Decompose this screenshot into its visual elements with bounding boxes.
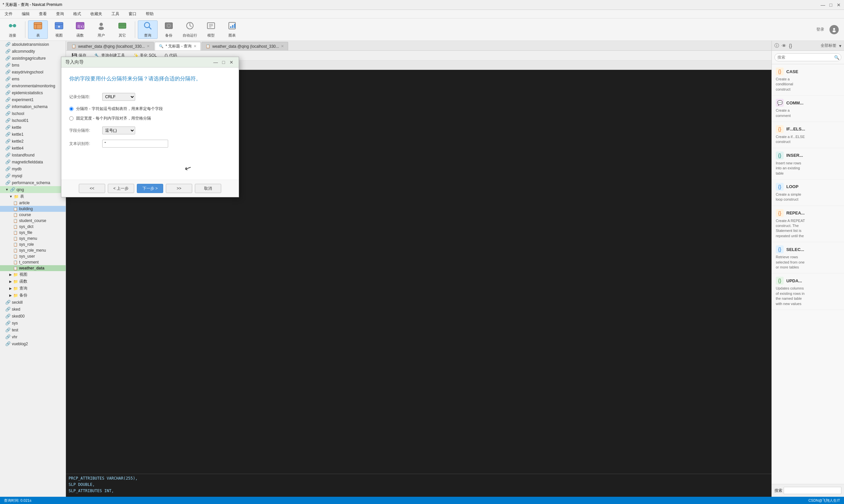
sidebar-item-sys-dict[interactable]: 📋 sys_dict [0, 224, 66, 230]
sidebar-item-epidemicstatistics[interactable]: 🔗 epidemicstatistics [0, 89, 66, 96]
delimiter-radio[interactable] [69, 107, 73, 111]
sidebar-item-sys-role[interactable]: 📋 sys_role [0, 241, 66, 247]
menu-help[interactable]: 帮助 [144, 11, 156, 17]
tab-weather-data-1[interactable]: 📋 weather_data @qing (localhost_330... ✕ [67, 42, 154, 50]
sidebar-item-kettle2[interactable]: 🔗 kettle2 [0, 138, 66, 145]
sidebar-item-sys[interactable]: 🔗 sys [0, 320, 66, 326]
sidebar-item-allcommodity[interactable]: 🔗 allcommodity [0, 48, 66, 55]
snippet-case[interactable]: {} CASE Create aconditionalconstruct [772, 64, 844, 95]
close-button[interactable]: ✕ [836, 2, 841, 7]
sidebar-item-test[interactable]: 🔗 test [0, 326, 66, 334]
info-icon[interactable]: ⓘ [774, 43, 779, 49]
snippet-repeat[interactable]: {} REPEA... Create A REPEATconstruct. Th… [772, 206, 844, 242]
snippet-ifelse[interactable]: {} IF...ELS... Create a if...ELSEconstru… [772, 122, 844, 148]
tab-untitled-query[interactable]: 🔍 * 无标题 - 查询 ✕ [155, 42, 201, 50]
sidebar-item-easydrivingschool[interactable]: 🔗 easydrivingschool [0, 69, 66, 75]
sidebar-item-sys-file[interactable]: 📋 sys_file [0, 230, 66, 236]
menu-file[interactable]: 文件 [3, 11, 15, 17]
sidebar-item-mysql[interactable]: 🔗 mysql [0, 172, 66, 179]
menu-window[interactable]: 窗口 [126, 11, 138, 17]
sidebar-item-mydb[interactable]: 🔗 mydb [0, 165, 66, 172]
toolbar-query[interactable]: 查询 [138, 20, 158, 39]
sidebar-item-information-schema[interactable]: 🔗 information_schema [0, 103, 66, 110]
panel-search-input[interactable] [774, 53, 841, 61]
bottom-search-input[interactable] [784, 487, 841, 494]
sidebar-item-ems[interactable]: 🔗 ems [0, 75, 66, 82]
sidebar-item-experiment1[interactable]: 🔗 experiment1 [0, 96, 66, 103]
menu-favorites[interactable]: 收藏夹 [88, 11, 104, 17]
dialog-minimize-button[interactable]: — [212, 59, 219, 66]
eye-icon[interactable]: 👁 [782, 43, 786, 49]
sidebar-item-t-comment[interactable]: 📋 t_comment [0, 259, 66, 265]
sidebar-item-seckill[interactable]: 🔗 seckill [0, 299, 66, 306]
toolbar-autorun[interactable]: 自动运行 [180, 20, 200, 39]
toolbar-chart[interactable]: 图表 [222, 20, 242, 39]
menu-view[interactable]: 查看 [37, 11, 49, 17]
sidebar-item-envmonitoring[interactable]: 🔗 environmentalmonitoring [0, 82, 66, 89]
snippet-update[interactable]: {} UPDA... Updates columnsof existing ro… [772, 273, 844, 310]
login-button[interactable]: 登录 [816, 27, 824, 32]
sidebar-item-views[interactable]: ▶ 📁 视图 [0, 271, 66, 278]
sidebar-item-magneticfielddata[interactable]: 🔗 magneticfielddata [0, 159, 66, 165]
toolbar-table[interactable]: 表 [28, 20, 48, 39]
menu-format[interactable]: 格式 [71, 11, 83, 17]
sidebar-item-queries[interactable]: ▶ 📁 查询 [0, 285, 66, 292]
sidebar-item-lschool01[interactable]: 🔗 lschool01 [0, 117, 66, 124]
sidebar-item-bms[interactable]: 🔗 bms [0, 61, 66, 69]
panel-search-icon[interactable]: ▾ [839, 43, 841, 49]
toolbar-function[interactable]: f(x) 函数 [70, 20, 90, 39]
sidebar-item-weather-data[interactable]: 📋 weather_data [0, 265, 66, 271]
field-sep-select[interactable]: 逗号(,) 制表符 分号 [102, 126, 135, 134]
tab-weather-data-2[interactable]: 📋 weather_data @qing (localhost_330... ✕ [202, 42, 288, 50]
sidebar-item-sked00[interactable]: 🔗 sked00 [0, 312, 66, 320]
record-sep-select[interactable]: CRLF LF CR [102, 93, 135, 101]
tab-close-1[interactable]: ✕ [147, 44, 150, 49]
sidebar-item-article[interactable]: 📋 article [0, 200, 66, 206]
sidebar-item-qing[interactable]: ▼ 🔗 qing [0, 186, 66, 193]
brackets-icon[interactable]: {} [789, 43, 792, 49]
toolbar-connect[interactable]: 连接 [3, 20, 22, 39]
sidebar-item-sys-user[interactable]: 📋 sys_user [0, 253, 66, 259]
toolbar-view[interactable]: 视图 [49, 20, 69, 39]
sidebar-item-functions[interactable]: ▶ 📁 函数 [0, 278, 66, 285]
maximize-button[interactable]: □ [828, 2, 833, 7]
snippet-comment[interactable]: 💬 COMM... Create acomment [772, 95, 844, 122]
toolbar-backup[interactable]: 备份 [159, 20, 179, 39]
sidebar-item-kettle4[interactable]: 🔗 kettle4 [0, 145, 66, 151]
sidebar-item-course[interactable]: 📋 course [0, 212, 66, 218]
menu-tools[interactable]: 工具 [109, 11, 121, 17]
sidebar-item-building[interactable]: 📋 building [0, 206, 66, 212]
cancel-button[interactable]: 取消 [195, 184, 221, 193]
sidebar-item-kettle1[interactable]: 🔗 kettle1 [0, 131, 66, 138]
dialog-maximize-button[interactable]: □ [220, 59, 227, 66]
sidebar-item-vueblog2[interactable]: 🔗 vueblog2 [0, 340, 66, 347]
toolbar-user[interactable]: 用户 [91, 20, 111, 39]
menu-edit[interactable]: 编辑 [20, 11, 32, 17]
tab-close-3[interactable]: ✕ [281, 44, 284, 49]
minimize-button[interactable]: — [820, 2, 826, 7]
snippet-select[interactable]: {} SELEC... Retrieve rowsselected from o… [772, 242, 844, 273]
last-button[interactable]: >> [166, 184, 192, 193]
sidebar-item-performance-schema[interactable]: 🔗 performance_schema [0, 179, 66, 186]
sidebar-item-vhr[interactable]: 🔗 vhr [0, 334, 66, 340]
sidebar-item-sys-role-menu[interactable]: 📋 sys_role_menu [0, 247, 66, 253]
fixed-width-radio[interactable] [69, 116, 73, 121]
sidebar-item-assistingagriculture[interactable]: 🔗 assistingagriculture [0, 55, 66, 61]
text-qual-input[interactable] [102, 140, 168, 148]
next-button[interactable]: 下一步 > [137, 184, 163, 193]
sidebar-item-sked[interactable]: 🔗 sked [0, 306, 66, 312]
sidebar-item-lostandfound[interactable]: 🔗 lostandfound [0, 151, 66, 159]
toolbar-other[interactable]: 其它 [113, 20, 132, 39]
sidebar-item-backups[interactable]: ▶ 📁 备份 [0, 292, 66, 299]
sidebar-item-lschool[interactable]: 🔗 lschool [0, 110, 66, 117]
first-button[interactable]: << [79, 184, 105, 193]
sidebar-item-sys-menu[interactable]: 📋 sys_menu [0, 236, 66, 241]
snippet-insert[interactable]: {} INSER... Insert new rowsinto an exist… [772, 148, 844, 180]
dialog-close-button[interactable]: ✕ [228, 59, 235, 66]
sidebar-item-absolutetransmission[interactable]: 🔗 absolutetransmission [0, 41, 66, 48]
toolbar-model[interactable]: 模型 [201, 20, 221, 39]
prev-button[interactable]: < 上一步 [108, 184, 134, 193]
snippet-loop[interactable]: {} LOOP Create a simpleloop construct [772, 180, 844, 206]
sidebar-item-tables[interactable]: ▼ 📁 表 [0, 193, 66, 200]
sidebar-item-student-course[interactable]: 📋 student_course [0, 218, 66, 224]
